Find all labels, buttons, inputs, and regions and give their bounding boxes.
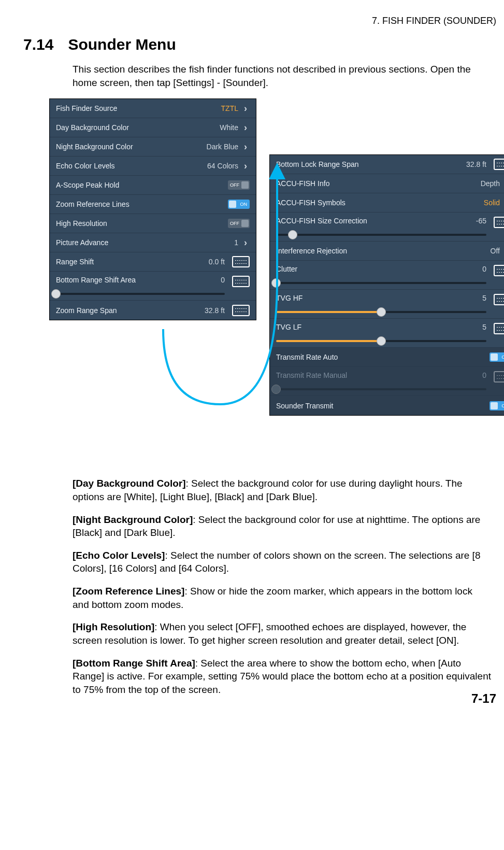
row-label: Interference Rejection [276, 247, 491, 255]
row-transmit-rate-auto[interactable]: Transmit Rate Auto ON [270, 348, 504, 367]
row-label: Bottom Range Shift Area [56, 276, 221, 284]
row-interference-rejection[interactable]: Interference Rejection Off [270, 242, 504, 261]
term: [Zoom Reference Lines] [73, 586, 184, 597]
keyboard-icon [494, 371, 504, 382]
row-label: Night Background Color [56, 143, 207, 151]
chevron-right-icon [241, 122, 250, 133]
slider-thumb[interactable] [288, 230, 297, 239]
keyboard-icon[interactable] [494, 323, 504, 334]
slider-fill [276, 340, 381, 342]
row-label: ACCU-FISH Info [276, 179, 481, 188]
row-value: TZTL [221, 104, 238, 112]
row-value: White [220, 123, 238, 132]
row-value: Off [491, 247, 500, 255]
chevron-right-icon [241, 141, 250, 152]
row-value: 0 [482, 371, 486, 379]
row-range-shift[interactable]: Range Shift 0.0 ft [50, 252, 256, 272]
row-value: Depth [481, 179, 500, 188]
row-accufish-info[interactable]: ACCU-FISH Info Depth [270, 174, 504, 193]
slider-thumb[interactable] [377, 307, 386, 317]
row-night-bg-color[interactable]: Night Background Color Dark Blue [50, 137, 256, 157]
row-echo-color-levels[interactable]: Echo Color Levels 64 Colors [50, 157, 256, 176]
row-clutter[interactable]: Clutter 0 [270, 261, 504, 290]
row-label: TVG HF [276, 294, 482, 302]
row-label: Day Background Color [56, 123, 220, 132]
toggle-on-icon[interactable]: ON [489, 401, 504, 410]
row-label: ACCU-FISH Size Correction [276, 217, 476, 225]
term: [Bottom Range Shift Area] [73, 658, 195, 669]
keyboard-icon[interactable] [494, 265, 504, 276]
slider-thumb[interactable] [271, 278, 281, 288]
term: [Echo Color Levels] [73, 550, 165, 561]
toggle-off-icon[interactable]: OFF [228, 180, 250, 190]
slider[interactable] [276, 234, 486, 236]
chapter-header: 7. FISH FINDER (SOUNDER) [23, 16, 496, 26]
keyboard-icon[interactable] [494, 159, 504, 170]
row-tvg-hf[interactable]: TVG HF 5 [270, 290, 504, 319]
row-accufish-size-correction[interactable]: ACCU-FISH Size Correction -65 [270, 212, 504, 242]
toggle-on-icon[interactable]: ON [228, 200, 250, 209]
toggle-on-icon[interactable]: ON [489, 352, 504, 362]
row-label: A-Scope Peak Hold [56, 181, 228, 189]
row-tvg-lf[interactable]: TVG LF 5 [270, 319, 504, 348]
row-value: 5 [482, 323, 486, 331]
row-label: Sounder Transmit [276, 402, 489, 410]
row-day-bg-color[interactable]: Day Background Color White [50, 118, 256, 137]
row-label: Zoom Reference Lines [56, 200, 228, 208]
slider-thumb[interactable] [51, 289, 61, 299]
row-label: Bottom Lock Range Span [276, 160, 466, 168]
keyboard-icon[interactable] [232, 256, 250, 267]
row-fish-finder-source[interactable]: Fish Finder Source TZTL [50, 99, 256, 118]
row-high-resolution[interactable]: High Resolution OFF [50, 214, 256, 233]
row-label: Zoom Range Span [56, 306, 205, 315]
keyboard-icon[interactable] [232, 305, 250, 316]
row-ascope-peak-hold[interactable]: A-Scope Peak Hold OFF [50, 176, 256, 195]
slider-thumb[interactable] [377, 336, 386, 346]
row-value: 0 [482, 265, 486, 273]
row-picture-advance[interactable]: Picture Advance 1 [50, 233, 256, 252]
slider-thumb [271, 385, 281, 394]
slider-fill [276, 311, 381, 313]
slider[interactable] [276, 282, 486, 284]
keyboard-icon[interactable] [232, 276, 250, 287]
row-value: -65 [476, 217, 486, 225]
row-bottom-range-shift-area[interactable]: Bottom Range Shift Area 0 [50, 272, 256, 301]
row-value: 64 Colors [207, 162, 238, 170]
row-label: TVG LF [276, 323, 482, 331]
row-transmit-rate-manual: Transmit Rate Manual 0 [270, 367, 504, 396]
row-label: Fish Finder Source [56, 104, 221, 112]
row-zoom-range-span[interactable]: Zoom Range Span 32.8 ft [50, 301, 256, 320]
description-list: [Day Background Color]: Select the backg… [73, 477, 491, 696]
row-value: Dark Blue [207, 143, 238, 151]
term: [Night Background Color] [73, 514, 193, 525]
section-number: 7.14 [23, 36, 53, 53]
intro-paragraph: This section describes the fish finder f… [73, 63, 496, 89]
row-accufish-symbols[interactable]: ACCU-FISH Symbols Solid [270, 193, 504, 212]
row-value: 5 [482, 294, 486, 302]
row-label: Echo Color Levels [56, 162, 207, 170]
row-value: Solid [484, 199, 500, 207]
row-value: 0 [221, 276, 225, 284]
chevron-right-icon [241, 237, 250, 248]
toggle-off-icon[interactable]: OFF [228, 219, 250, 228]
keyboard-icon[interactable] [494, 217, 504, 228]
row-zoom-ref-lines[interactable]: Zoom Reference Lines ON [50, 195, 256, 214]
row-label: Clutter [276, 265, 482, 273]
keyboard-icon[interactable] [494, 294, 504, 305]
row-label: Transmit Rate Manual [276, 371, 482, 379]
slider[interactable] [276, 311, 486, 313]
sounder-menu-panel-1: Fish Finder Source TZTL Day Background C… [49, 98, 256, 320]
row-label: High Resolution [56, 219, 228, 228]
row-value: 1 [234, 238, 238, 247]
slider[interactable] [56, 293, 225, 295]
row-label: Range Shift [56, 258, 209, 266]
row-sounder-transmit[interactable]: Sounder Transmit ON [270, 396, 504, 415]
row-bottom-lock-range-span[interactable]: Bottom Lock Range Span 32.8 ft [270, 155, 504, 174]
page-number: 7-17 [471, 691, 496, 706]
slider[interactable] [276, 340, 486, 342]
row-value: 32.8 ft [466, 160, 486, 168]
row-label: ACCU-FISH Symbols [276, 199, 484, 207]
term: [Day Background Color] [73, 478, 186, 489]
row-value: 32.8 ft [205, 306, 225, 315]
row-value: 0.0 ft [209, 258, 225, 266]
